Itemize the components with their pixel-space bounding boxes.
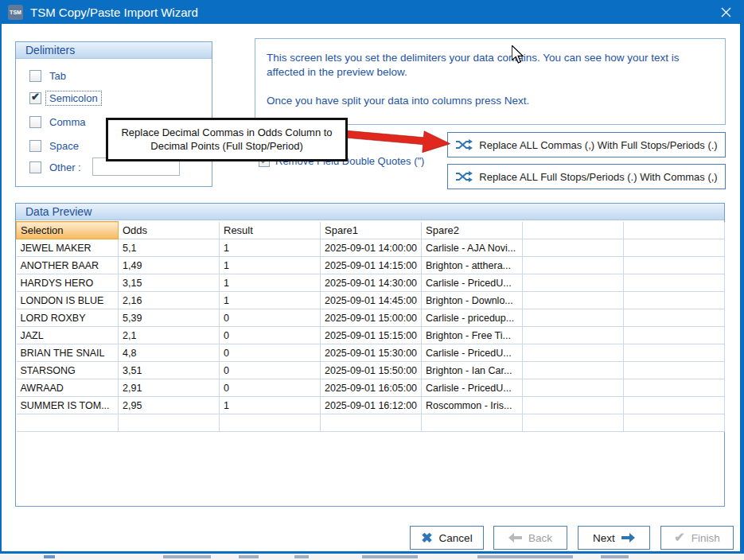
table-cell[interactable]: LONDON IS BLUE: [17, 292, 119, 309]
column-header-empty[interactable]: [624, 222, 725, 239]
table-cell[interactable]: 5,39: [119, 309, 220, 327]
table-cell[interactable]: [523, 414, 624, 432]
column-header-selection[interactable]: Selection: [17, 222, 119, 239]
table-cell[interactable]: [523, 292, 624, 309]
table-cell[interactable]: 2025-09-01 16:12:00: [321, 397, 422, 414]
table-cell[interactable]: [523, 274, 624, 292]
table-row[interactable]: ANOTHER BAAR1,4912025-09-01 14:15:00Brig…: [17, 257, 725, 274]
delimiter-option-comma[interactable]: Comma: [29, 115, 89, 129]
table-cell[interactable]: 0: [220, 309, 321, 327]
table-cell[interactable]: 1: [220, 239, 321, 257]
table-row[interactable]: SUMMER IS TOM...2,9512025-09-01 16:12:00…: [17, 397, 725, 414]
next-button[interactable]: Next: [578, 526, 650, 550]
table-cell[interactable]: 0: [220, 344, 321, 362]
table-cell[interactable]: [523, 327, 624, 344]
table-row[interactable]: AWRAAD2,9102025-09-01 16:05:00Carlisle -…: [17, 379, 725, 397]
table-cell[interactable]: 2025-09-01 14:45:00: [321, 292, 422, 309]
table-cell[interactable]: Roscommon - Iris...: [422, 397, 523, 414]
column-header-spare2[interactable]: Spare2: [422, 222, 523, 239]
table-cell[interactable]: Carlisle - AJA Novi...: [422, 239, 523, 257]
table-cell[interactable]: [523, 257, 624, 274]
table-cell[interactable]: [624, 379, 725, 397]
table-row[interactable]: HARDYS HERO3,1512025-09-01 14:30:00Carli…: [17, 274, 725, 292]
cancel-button[interactable]: ✖ Cancel: [410, 526, 484, 550]
finish-button[interactable]: ✔ Finish: [660, 526, 734, 550]
table-cell[interactable]: 2025-09-01 14:15:00: [321, 257, 422, 274]
table-cell[interactable]: Brighton - Free Ti...: [422, 327, 523, 344]
table-cell[interactable]: Carlisle - pricedup...: [422, 309, 523, 327]
back-button[interactable]: Back: [493, 526, 567, 550]
table-cell[interactable]: [624, 257, 725, 274]
table-cell[interactable]: Brighton - atthera...: [422, 257, 523, 274]
tab-checkbox[interactable]: [29, 70, 41, 82]
table-cell[interactable]: [422, 414, 523, 432]
delimiter-option-other[interactable]: Other :: [29, 161, 84, 174]
table-cell[interactable]: SUMMER IS TOM...: [17, 397, 119, 414]
table-cell[interactable]: 2,1: [119, 327, 220, 344]
table-cell[interactable]: JAZL: [17, 327, 119, 344]
table-cell[interactable]: [624, 414, 725, 432]
table-row[interactable]: JEWEL MAKER5,112025-09-01 14:00:00Carlis…: [17, 239, 725, 257]
delimiter-option-tab[interactable]: Tab: [29, 69, 69, 83]
table-cell[interactable]: [220, 414, 321, 432]
table-cell[interactable]: [624, 344, 725, 362]
table-cell[interactable]: 2025-09-01 14:00:00: [321, 239, 422, 257]
table-cell[interactable]: [119, 414, 220, 432]
table-row[interactable]: STARSONG3,5102025-09-01 15:50:00Brighton…: [17, 362, 725, 379]
table-cell[interactable]: Brighton - Ian Car...: [422, 362, 523, 379]
table-cell[interactable]: 0: [220, 327, 321, 344]
table-cell[interactable]: 3,15: [119, 274, 220, 292]
table-cell[interactable]: 3,51: [119, 362, 220, 379]
table-cell[interactable]: [17, 414, 119, 432]
table-row-empty[interactable]: [17, 414, 725, 432]
table-cell[interactable]: Carlisle - PricedU...: [422, 379, 523, 397]
comma-checkbox[interactable]: [29, 116, 41, 128]
replace-periods-button[interactable]: Replace ALL Full Stops/Periods (.) With …: [447, 164, 726, 189]
table-cell[interactable]: [624, 327, 725, 344]
table-cell[interactable]: [523, 397, 624, 414]
table-cell[interactable]: 1: [220, 292, 321, 309]
table-row[interactable]: LONDON IS BLUE2,1612025-09-01 14:45:00Br…: [17, 292, 725, 309]
table-cell[interactable]: 5,1: [119, 239, 220, 257]
table-cell[interactable]: 0: [220, 362, 321, 379]
delimiter-option-semicolon[interactable]: Semicolon: [29, 91, 101, 105]
title-bar[interactable]: TSM TSM Copy/Paste Import Wizard: [0, 0, 744, 24]
table-cell[interactable]: LORD ROXBY: [17, 309, 119, 327]
table-cell[interactable]: 2025-09-01 14:30:00: [321, 274, 422, 292]
table-cell[interactable]: [624, 274, 725, 292]
column-header-odds[interactable]: Odds: [119, 222, 220, 239]
table-cell[interactable]: [624, 292, 725, 309]
table-cell[interactable]: Carlisle - PricedU...: [422, 274, 523, 292]
table-cell[interactable]: 1: [220, 257, 321, 274]
table-cell[interactable]: ANOTHER BAAR: [17, 257, 119, 274]
table-row[interactable]: JAZL2,102025-09-01 15:15:00Brighton - Fr…: [17, 327, 725, 344]
table-cell[interactable]: AWRAAD: [17, 379, 119, 397]
table-row[interactable]: LORD ROXBY5,3902025-09-01 15:00:00Carlis…: [17, 309, 725, 327]
close-button[interactable]: [714, 3, 738, 21]
table-cell[interactable]: 2025-09-01 15:15:00: [321, 327, 422, 344]
table-cell[interactable]: [624, 397, 725, 414]
table-cell[interactable]: HARDYS HERO: [17, 274, 119, 292]
table-cell[interactable]: [321, 414, 422, 432]
table-cell[interactable]: [624, 362, 725, 379]
table-cell[interactable]: Carlisle - PricedU...: [422, 344, 523, 362]
space-checkbox[interactable]: [29, 140, 41, 152]
table-cell[interactable]: STARSONG: [17, 362, 119, 379]
table-cell[interactable]: [624, 309, 725, 327]
other-checkbox[interactable]: [29, 161, 41, 173]
table-cell[interactable]: [523, 379, 624, 397]
table-cell[interactable]: [624, 239, 725, 257]
table-cell[interactable]: 4,8: [119, 344, 220, 362]
semicolon-checkbox[interactable]: [29, 92, 41, 104]
table-row[interactable]: BRIAN THE SNAIL4,802025-09-01 15:30:00Ca…: [17, 344, 725, 362]
table-cell[interactable]: 2025-09-01 15:30:00: [321, 344, 422, 362]
column-header-empty[interactable]: [523, 222, 624, 239]
table-cell[interactable]: 2025-09-01 15:50:00: [321, 362, 422, 379]
table-cell[interactable]: JEWEL MAKER: [17, 239, 119, 257]
table-cell[interactable]: 2025-09-01 15:00:00: [321, 309, 422, 327]
table-cell[interactable]: [523, 344, 624, 362]
table-cell[interactable]: 0: [220, 379, 321, 397]
table-cell[interactable]: 2,95: [119, 397, 220, 414]
table-cell[interactable]: [523, 362, 624, 379]
table-cell[interactable]: 2025-09-01 16:05:00: [321, 379, 422, 397]
